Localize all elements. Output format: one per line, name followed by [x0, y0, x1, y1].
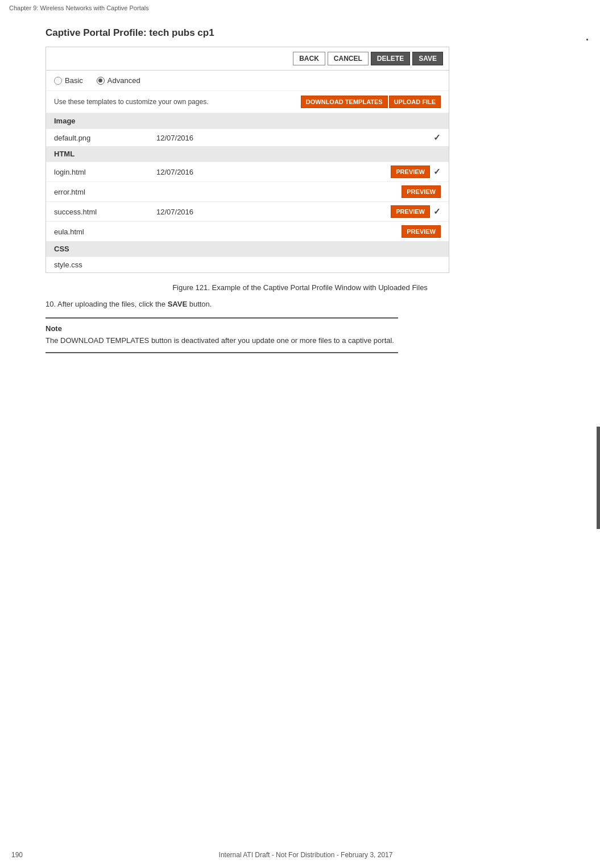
file-row-error-html: error.html PREVIEW — [46, 181, 449, 201]
delete-button[interactable]: DELETE — [371, 52, 410, 65]
page-title: Captive Portal Profile: tech pubs cp1 — [45, 27, 555, 39]
radio-basic-circle — [54, 77, 62, 85]
file-row-success-html: success.html 12/07/2016 PREVIEW ✓ — [46, 201, 449, 221]
save-button[interactable]: SAVE — [412, 52, 443, 65]
preview-button-login-html[interactable]: PREVIEW — [391, 166, 430, 178]
file-date-login-html: 12/07/2016 — [156, 168, 391, 176]
radio-basic-label: Basic — [65, 76, 83, 85]
back-button[interactable]: BACK — [293, 52, 325, 65]
step-text-bold: SAVE — [168, 300, 187, 308]
chapter-title: Chapter 9: Wireless Networks with Captiv… — [9, 5, 149, 11]
note-title: Note — [45, 324, 398, 333]
section-header-css: CSS — [46, 241, 449, 257]
section-header-image: Image — [46, 113, 449, 129]
download-templates-button[interactable]: DOWNLOAD TEMPLATES — [301, 96, 388, 108]
section-header-html: HTML — [46, 146, 449, 162]
file-actions-eula-html: PREVIEW — [402, 225, 441, 238]
check-icon-success-html: ✓ — [433, 206, 441, 217]
upload-file-button[interactable]: UPLOAD FILE — [389, 96, 441, 108]
file-name-eula-html: eula.html — [54, 228, 156, 236]
step-text-prefix: 10. After uploading the files, click the — [45, 300, 168, 308]
page-footer: 190 Internal ATI Draft - Not For Distrib… — [0, 851, 600, 859]
file-row-style-css: style.css — [46, 257, 449, 272]
page-number: 190 — [11, 851, 23, 859]
preview-button-success-html[interactable]: PREVIEW — [391, 205, 430, 218]
captive-portal-panel: BACK CANCEL DELETE SAVE Basic Advanced U… — [45, 47, 449, 273]
file-actions-login-html: PREVIEW ✓ — [391, 166, 441, 178]
file-row-default-png: default.png 12/07/2016 ✓ — [46, 129, 449, 146]
check-icon-login-html: ✓ — [433, 167, 441, 177]
file-name-style-css: style.css — [54, 261, 156, 269]
radio-advanced-circle — [97, 77, 105, 85]
file-name-default-png: default.png — [54, 134, 156, 142]
radio-row: Basic Advanced — [46, 71, 449, 91]
panel-toolbar: BACK CANCEL DELETE SAVE — [46, 47, 449, 71]
note-box: Note The DOWNLOAD TEMPLATES button is de… — [45, 317, 398, 353]
file-name-error-html: error.html — [54, 188, 156, 196]
file-actions-default-png: ✓ — [433, 133, 441, 143]
template-info-row: Use these templates to customize your ow… — [46, 91, 449, 113]
file-actions-error-html: PREVIEW — [402, 185, 441, 198]
radio-advanced-label: Advanced — [107, 76, 140, 85]
step-text-suffix: button. — [187, 300, 212, 308]
step-text: 10. After uploading the files, click the… — [45, 300, 555, 308]
file-name-success-html: success.html — [54, 208, 156, 216]
chapter-header: Chapter 9: Wireless Networks with Captiv… — [0, 0, 600, 16]
template-buttons: DOWNLOAD TEMPLATES UPLOAD FILE — [301, 96, 441, 108]
note-text: The DOWNLOAD TEMPLATES button is deactiv… — [45, 335, 398, 346]
decorative-dot: . — [586, 31, 589, 43]
preview-button-error-html[interactable]: PREVIEW — [402, 185, 441, 198]
sidebar-bar — [597, 427, 600, 529]
radio-advanced[interactable]: Advanced — [97, 76, 140, 85]
file-date-success-html: 12/07/2016 — [156, 208, 391, 216]
figure-caption: Figure 121. Example of the Captive Porta… — [158, 283, 442, 292]
cancel-button[interactable]: CANCEL — [328, 52, 369, 65]
check-icon-default-png: ✓ — [433, 133, 441, 143]
template-info-text: Use these templates to customize your ow… — [54, 98, 208, 106]
file-actions-success-html: PREVIEW ✓ — [391, 205, 441, 218]
footer-center-text: Internal ATI Draft - Not For Distributio… — [219, 851, 393, 859]
file-row-login-html: login.html 12/07/2016 PREVIEW ✓ — [46, 162, 449, 181]
file-name-login-html: login.html — [54, 168, 156, 176]
preview-button-eula-html[interactable]: PREVIEW — [402, 225, 441, 238]
file-date-default-png: 12/07/2016 — [156, 134, 433, 142]
file-row-eula-html: eula.html PREVIEW — [46, 221, 449, 241]
radio-basic[interactable]: Basic — [54, 76, 83, 85]
